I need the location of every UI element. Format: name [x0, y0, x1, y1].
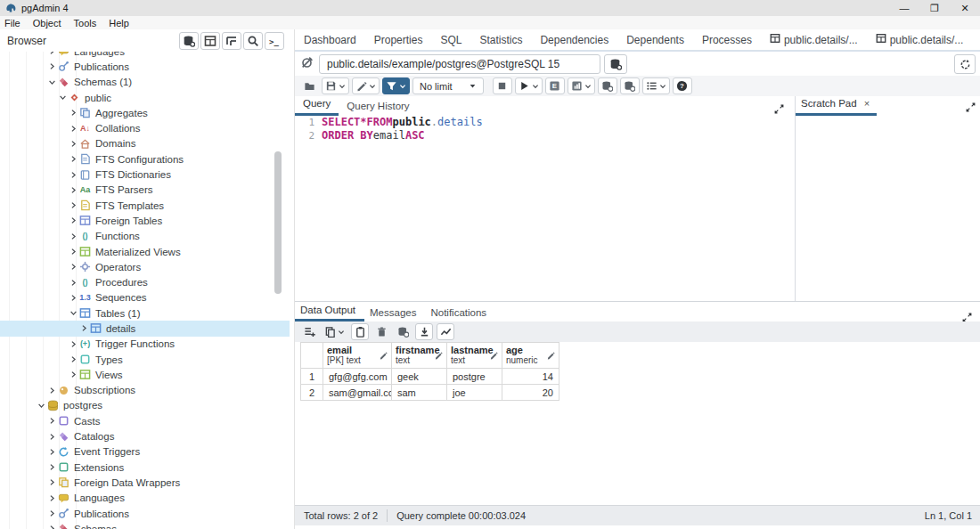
refresh-button[interactable]	[954, 54, 976, 74]
tab-query-tool-2[interactable]: public.details/...	[867, 33, 973, 46]
expand-icon[interactable]	[69, 186, 78, 194]
expand-icon[interactable]	[69, 340, 78, 348]
expand-icon[interactable]	[69, 140, 78, 148]
tab-query-tool-1[interactable]: public.details/...	[761, 33, 867, 46]
save-data-button[interactable]	[394, 323, 412, 340]
tab-data-output[interactable]: Data Output	[295, 305, 364, 321]
edit-column-icon[interactable]	[546, 351, 555, 362]
open-file-button[interactable]	[299, 77, 319, 94]
expand-icon[interactable]	[47, 62, 57, 70]
add-row-button[interactable]	[300, 323, 318, 340]
tab-dependencies[interactable]: Dependencies	[531, 34, 617, 46]
explain-analyze-button[interactable]	[568, 77, 595, 94]
delete-button[interactable]	[372, 323, 390, 340]
tab-query[interactable]: Query	[295, 98, 339, 116]
tab-query-history[interactable]: Query History	[339, 101, 417, 116]
tree-item-languages[interactable]: Languages	[0, 52, 290, 59]
grid-row[interactable]: 2sam@gmail.comsamjoe20	[301, 385, 559, 401]
tree-item-schemas[interactable]: Schemas	[0, 521, 290, 529]
cell-firstname[interactable]: geek	[392, 369, 447, 385]
expand-icon[interactable]	[47, 433, 57, 441]
tab-sql[interactable]: SQL	[431, 34, 470, 46]
tree-item-foreign-data-wrappers[interactable]: Foreign Data Wrappers	[0, 475, 290, 490]
expand-icon[interactable]	[69, 294, 78, 302]
filter-button[interactable]	[382, 77, 410, 94]
tab-notifications[interactable]: Notifications	[425, 307, 495, 321]
tree-item-postgres[interactable]: postgres	[0, 398, 290, 413]
grid-row[interactable]: 1gfg@gfg.comgeekpostgre14	[301, 369, 559, 385]
collapse-icon[interactable]	[58, 94, 68, 102]
cell-email[interactable]: sam@gmail.com	[323, 385, 392, 401]
collapse-icon[interactable]	[69, 309, 78, 317]
tree-item-fts-parsers[interactable]: AaFTS Parsers	[0, 183, 290, 198]
expand-icon[interactable]	[47, 525, 57, 529]
execute-button[interactable]	[515, 77, 543, 94]
stop-button[interactable]	[493, 77, 512, 94]
expand-icon[interactable]	[69, 125, 78, 133]
tab-dependents[interactable]: Dependents	[617, 34, 693, 46]
expand-icon[interactable]	[79, 324, 89, 332]
menu-file[interactable]: File	[4, 18, 20, 28]
expand-icon[interactable]	[47, 52, 57, 55]
macros-button[interactable]	[642, 77, 670, 94]
expand-icon[interactable]	[47, 448, 57, 456]
tree-item-fts-configurations[interactable]: FTS Configurations	[0, 151, 290, 167]
tab-scratch-pad[interactable]: Scratch Pad ×	[796, 98, 877, 116]
tree-item-catalogs[interactable]: Catalogs	[0, 428, 290, 444]
tree-item-tables-1-[interactable]: Tables (1)	[0, 305, 290, 321]
tree-item-domains[interactable]: Domains	[0, 136, 290, 151]
cell-lastname[interactable]: joe	[447, 385, 502, 401]
column-header-firstname[interactable]: firstnametext	[392, 343, 447, 369]
row-number-cell[interactable]: 2	[301, 385, 323, 401]
tree-item-fts-dictionaries[interactable]: FTS Dictionaries	[0, 167, 290, 182]
tab-query-tool-3[interactable]: public.details/	[972, 33, 980, 46]
tree-item-procedures[interactable]: ()Procedures	[0, 274, 290, 289]
tab-processes[interactable]: Processes	[693, 34, 761, 46]
expand-icon[interactable]	[69, 155, 78, 163]
help-button[interactable]: ?	[673, 77, 692, 94]
tree-item-trigger-functions[interactable]: (+)Trigger Functions	[0, 337, 290, 352]
commit-button[interactable]	[598, 77, 617, 94]
close-button[interactable]: ✕	[950, 0, 980, 16]
search-objects-button[interactable]	[243, 32, 263, 50]
close-scratch-pad-icon[interactable]: ×	[864, 98, 870, 109]
tree-item-aggregates[interactable]: Aggregates	[0, 105, 290, 120]
edit-column-icon[interactable]	[434, 351, 443, 362]
column-header-age[interactable]: agenumeric	[502, 343, 559, 369]
collapse-icon[interactable]	[37, 402, 46, 410]
expand-icon[interactable]	[47, 478, 57, 486]
new-connection-button[interactable]	[604, 54, 627, 74]
expand-icon[interactable]	[69, 109, 78, 117]
filter-tree-button[interactable]	[222, 32, 241, 50]
object-types-button[interactable]	[179, 32, 199, 50]
restore-button[interactable]: ❐	[919, 0, 950, 16]
edit-column-icon[interactable]	[489, 351, 498, 362]
collapse-icon[interactable]	[47, 78, 57, 86]
tree-item-schemas-1-[interactable]: Schemas (1)	[0, 75, 290, 90]
column-header-lastname[interactable]: lastnametext	[447, 343, 502, 369]
expand-icon[interactable]	[69, 232, 78, 240]
tree-item-foreign-tables[interactable]: Foreign Tables	[0, 213, 290, 228]
tab-dashboard[interactable]: Dashboard	[295, 34, 365, 46]
tree-item-functions[interactable]: ()Functions	[0, 229, 290, 244]
edit-column-icon[interactable]	[379, 351, 388, 362]
tab-messages[interactable]: Messages	[364, 307, 425, 321]
tree-item-publications[interactable]: Publications	[0, 506, 290, 521]
panel-splitter[interactable]	[295, 301, 980, 302]
tree-item-subscriptions[interactable]: Subscriptions	[0, 383, 290, 398]
tree-scrollbar[interactable]	[274, 151, 282, 294]
minimize-button[interactable]: —	[889, 0, 919, 16]
psql-terminal-button[interactable]: >_	[265, 32, 284, 50]
expand-icon[interactable]	[69, 355, 78, 363]
expand-scratch-pad-icon[interactable]	[966, 100, 976, 116]
tree-item-types[interactable]: Types	[0, 352, 290, 367]
rollback-button[interactable]	[620, 77, 640, 94]
select-all-cell[interactable]	[301, 343, 323, 369]
cell-lastname[interactable]: postgre	[447, 369, 502, 385]
expand-icon[interactable]	[69, 216, 78, 224]
save-button[interactable]	[322, 77, 349, 94]
cell-age[interactable]: 20	[502, 385, 559, 401]
paste-button[interactable]	[351, 323, 369, 340]
graph-button[interactable]	[437, 323, 454, 340]
expand-icon[interactable]	[47, 509, 57, 517]
